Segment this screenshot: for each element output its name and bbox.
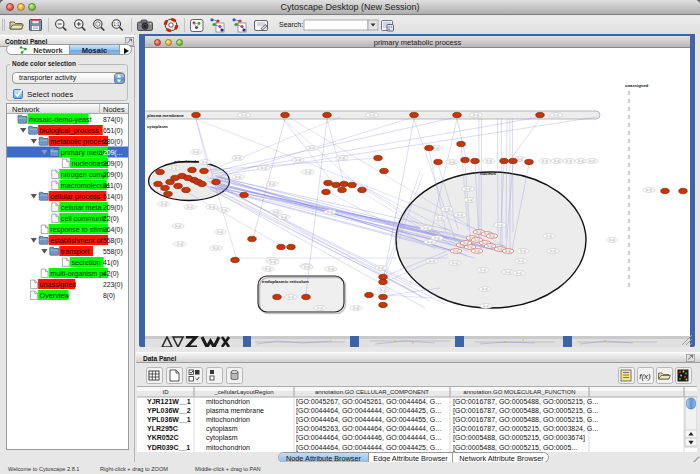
svg-text:(x..y): (x..y) (187, 205, 193, 209)
svg-text:(x..y): (x..y) (434, 236, 440, 240)
svg-text:(x..y): (x..y) (482, 287, 488, 291)
svg-text:(x..y): (x..y) (281, 215, 287, 219)
svg-text:unassigned: unassigned (40, 280, 77, 289)
svg-text:Search:: Search: (279, 21, 303, 28)
svg-text:(x..y): (x..y) (473, 113, 479, 117)
svg-text:(x.y): (x.y) (453, 249, 459, 253)
svg-text:(x..y): (x..y) (270, 260, 276, 264)
svg-text:(x..y): (x..y) (433, 146, 439, 150)
svg-text:annotation.GO MOLECULAR_FUNCTI: annotation.GO MOLECULAR_FUNCTION (463, 389, 575, 395)
svg-text:[GO:0016787, GO:0005488, GO:00: [GO:0016787, GO:0005488, GO:0005215, G..… (453, 398, 598, 406)
svg-text:mitochondrion: mitochondrion (206, 398, 250, 405)
svg-text:[GO:0016787, GO:0005488, GO:00: [GO:0016787, GO:0005488, GO:0005215, G..… (453, 416, 598, 424)
svg-text:(x..y): (x..y) (467, 198, 473, 202)
svg-text:(x..y): (x..y) (554, 159, 560, 163)
svg-text:264(0): 264(0) (103, 226, 123, 234)
svg-text:(x..y): (x..y) (553, 113, 559, 117)
svg-text:(x..y): (x..y) (505, 270, 511, 274)
svg-text:(x..y): (x..y) (171, 166, 177, 170)
svg-text:558(0): 558(0) (103, 248, 123, 256)
svg-text:(x..y): (x..y) (202, 160, 208, 164)
svg-text:YKR052C: YKR052C (147, 434, 179, 441)
svg-text:614(0): 614(0) (103, 193, 123, 201)
svg-text:(x.y): (x.y) (474, 249, 480, 253)
svg-text:mitochondrion: mitochondrion (206, 416, 250, 423)
svg-text:mitochondrion: mitochondrion (206, 444, 250, 451)
svg-text:(x.y): (x.y) (505, 249, 511, 253)
svg-text:(x..y): (x..y) (309, 146, 315, 150)
svg-text:(x..y): (x..y) (213, 246, 219, 250)
svg-text:plasma membrane: plasma membrane (206, 407, 264, 415)
svg-text:multi-organism pr: multi-organism pr (50, 269, 106, 278)
svg-text:_cellularLayoutRegion: _cellularLayoutRegion (213, 389, 273, 395)
svg-text:(x..y): (x..y) (175, 224, 181, 228)
svg-text:(x..y): (x..y) (480, 268, 486, 272)
svg-text:(x..y): (x..y) (217, 230, 223, 234)
svg-text:41(0): 41(0) (103, 259, 119, 267)
svg-text:(x..y): (x..y) (646, 188, 652, 192)
svg-text:(x..y): (x..y) (261, 166, 267, 170)
svg-text:[GO:0016787, GO:0005215, GO:00: [GO:0016787, GO:0005215, GO:0003824, G..… (453, 425, 598, 433)
svg-text:[GO:0016787, GO:0005488, GO:00: [GO:0016787, GO:0005488, GO:0005215, G..… (453, 407, 598, 415)
svg-text:(x..y): (x..y) (566, 159, 572, 163)
svg-text:response to stimu: response to stimu (50, 225, 107, 234)
svg-text:(x..y): (x..y) (295, 158, 301, 162)
svg-text:endoplasmic reticulum: endoplasmic reticulum (262, 279, 309, 284)
svg-text:(x..y): (x..y) (550, 249, 556, 253)
svg-text:(x..y): (x..y) (465, 187, 471, 191)
svg-text:(x.y): (x.y) (467, 245, 473, 249)
svg-text:[GO:0045263, GO:0044464, GO:00: [GO:0045263, GO:0044464, GO:0044444, G..… (296, 425, 441, 433)
svg-text:209(...: 209(... (103, 149, 122, 157)
svg-text:(x..y): (x..y) (265, 267, 271, 271)
svg-text:(x..y): (x..y) (241, 113, 247, 117)
svg-text:209(0): 209(0) (103, 160, 123, 168)
svg-text:(x..y): (x..y) (305, 170, 311, 174)
svg-text:[GO:0045267, GO:0045261, GO:00: [GO:0045267, GO:0045261, GO:0044464, G..… (296, 398, 441, 406)
svg-text:(x..y): (x..y) (235, 156, 241, 160)
svg-text:(x..y): (x..y) (317, 306, 323, 310)
svg-text:transport: transport (61, 247, 89, 256)
svg-text:secretion: secretion (71, 258, 100, 267)
svg-text:biological_process: biological_process (40, 126, 100, 135)
svg-text:(x..y): (x..y) (486, 159, 492, 163)
svg-text:nucleus: nucleus (480, 171, 497, 176)
svg-text:[GO:0044464, GO:0044446, GO:00: [GO:0044464, GO:0044446, GO:0044444, G..… (296, 434, 441, 442)
svg-text:ID: ID (163, 389, 170, 395)
svg-text:unassigned: unassigned (625, 83, 649, 88)
svg-text:(x..y): (x..y) (429, 259, 435, 263)
svg-text:primary metab: primary metab (61, 148, 107, 157)
svg-text:(x..y): (x..y) (497, 223, 503, 227)
svg-text:223(0): 223(0) (103, 281, 123, 289)
svg-text:cellular process: cellular process (50, 192, 100, 201)
svg-text:(x..y): (x..y) (193, 150, 199, 154)
svg-text:nitrogen comp: nitrogen comp (61, 170, 107, 179)
svg-text:cytoplasm: cytoplasm (206, 425, 238, 433)
svg-text:(x..y): (x..y) (328, 267, 334, 271)
svg-text:cellular meta: cellular meta (61, 203, 102, 212)
svg-text:(x..y): (x..y) (161, 202, 167, 206)
svg-text:YLR295C: YLR295C (147, 425, 178, 432)
svg-text:(x..y): (x..y) (177, 242, 183, 246)
svg-text:(x..y): (x..y) (273, 210, 279, 214)
svg-text:cytoplasm: cytoplasm (206, 434, 238, 442)
svg-text:(x..y): (x..y) (546, 234, 552, 238)
svg-text:(x..y): (x..y) (427, 240, 433, 244)
svg-text:(x..y): (x..y) (516, 271, 522, 275)
svg-text:f(x): f(x) (639, 372, 651, 381)
svg-text:[GO:0044464, GO:0044444, GO:00: [GO:0044464, GO:0044444, GO:0044425, G..… (296, 407, 441, 415)
svg-text:209(0): 209(0) (103, 204, 123, 212)
svg-text:(x..y): (x..y) (304, 265, 310, 269)
svg-text:(x..y): (x..y) (518, 259, 524, 263)
svg-text:Overview: Overview (40, 291, 71, 300)
svg-text:(x..y): (x..y) (444, 207, 450, 211)
svg-text:(x..y): (x..y) (378, 266, 384, 270)
svg-text:metabolic process: metabolic process (50, 137, 108, 146)
svg-text:42(0): 42(0) (103, 270, 119, 278)
svg-text:(x..y): (x..y) (542, 159, 548, 163)
svg-text:311(0): 311(0) (103, 182, 122, 190)
svg-text:(x..y): (x..y) (517, 157, 523, 161)
svg-text:22(0): 22(0) (103, 215, 119, 223)
svg-text:(x..y): (x..y) (449, 160, 455, 164)
svg-text:(x..y): (x..y) (288, 295, 294, 299)
svg-text:[GO:0005488, GO:0005215, GO:00: [GO:0005488, GO:0005215, GO:0005... (453, 444, 577, 452)
